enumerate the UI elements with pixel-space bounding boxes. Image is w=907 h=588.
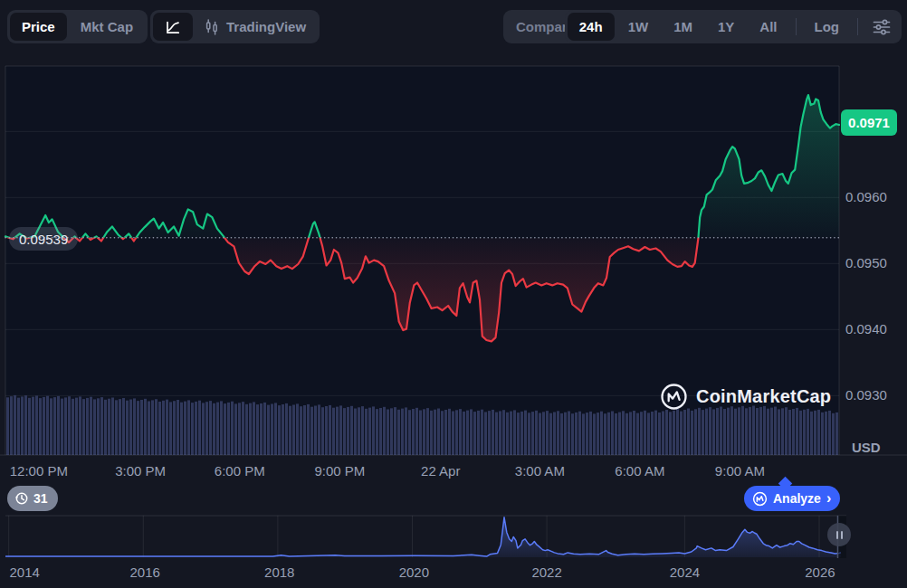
- x-tick-label: 12:00 PM: [10, 463, 68, 479]
- log-scale-toggle[interactable]: Log: [803, 13, 852, 41]
- coinmarketcap-logo-icon: [660, 383, 688, 411]
- range-all[interactable]: All: [748, 13, 788, 41]
- cmc-logo-icon: [752, 491, 768, 507]
- chevron-right-icon: ›: [826, 491, 831, 506]
- y-tick-label: 0.0940: [845, 321, 887, 337]
- clock-history-icon: [14, 491, 29, 506]
- minimap-year-label: 2014: [10, 564, 40, 580]
- timeframe-selector: 24h1W1M1YAll Log: [565, 10, 902, 43]
- toolbar-divider: [796, 18, 797, 35]
- watermark-text: CoinMarketCap: [696, 386, 831, 407]
- toolbar-divider: [857, 18, 858, 35]
- analyze-button[interactable]: Analyze ›: [744, 486, 840, 511]
- history-count-badge[interactable]: 31: [7, 486, 58, 511]
- minimap[interactable]: [5, 516, 846, 558]
- minimap-range-handle[interactable]: [827, 523, 851, 546]
- x-tick-label: 9:00 AM: [715, 463, 765, 479]
- x-tick-label: 6:00 PM: [215, 463, 265, 479]
- current-price-badge: 0.0971: [841, 109, 897, 136]
- tab-price[interactable]: Price: [10, 13, 67, 41]
- tradingview-label: TradingView: [226, 19, 306, 34]
- history-count: 31: [33, 491, 48, 506]
- analyze-label: Analyze: [773, 491, 821, 506]
- minimap-year-label: 2016: [129, 564, 159, 580]
- range-1y[interactable]: 1Y: [706, 13, 746, 41]
- y-axis-unit: USD: [852, 440, 881, 455]
- line-chart-icon: [164, 18, 182, 36]
- baseline-price-label: 0.09539: [9, 227, 78, 251]
- y-tick-label: 0.0960: [845, 189, 887, 204]
- y-tick-label: 0.0930: [845, 387, 887, 403]
- sliders-icon: [872, 18, 892, 36]
- candlestick-icon: [204, 18, 220, 36]
- price-mktcap-toggle: Price Mkt Cap: [7, 10, 148, 43]
- x-tick-label: 22 Apr: [421, 463, 460, 479]
- watermark: CoinMarketCap: [660, 383, 831, 411]
- y-tick-label: 0.0950: [845, 255, 887, 270]
- x-tick-label: 9:00 PM: [314, 463, 365, 479]
- minimap-year-label: 2024: [670, 564, 700, 580]
- range-1w[interactable]: 1W: [616, 13, 661, 41]
- tab-mkt-cap[interactable]: Mkt Cap: [69, 13, 145, 41]
- x-tick-label: 3:00 AM: [515, 463, 565, 479]
- chart-type-toggle: TradingView: [150, 10, 320, 43]
- range-1m[interactable]: 1M: [662, 13, 704, 41]
- line-chart-tab[interactable]: [153, 13, 193, 41]
- x-tick-label: 3:00 PM: [115, 463, 166, 479]
- x-tick-label: 6:00 AM: [615, 463, 664, 479]
- range-24h[interactable]: 24h: [568, 13, 615, 41]
- tradingview-tab[interactable]: TradingView: [195, 18, 317, 36]
- minimap-year-label: 2018: [264, 564, 294, 580]
- minimap-year-label: 2026: [805, 564, 835, 580]
- minimap-year-label: 2020: [399, 564, 429, 580]
- chart-settings-button[interactable]: [864, 13, 899, 41]
- minimap-year-label: 2022: [531, 564, 561, 580]
